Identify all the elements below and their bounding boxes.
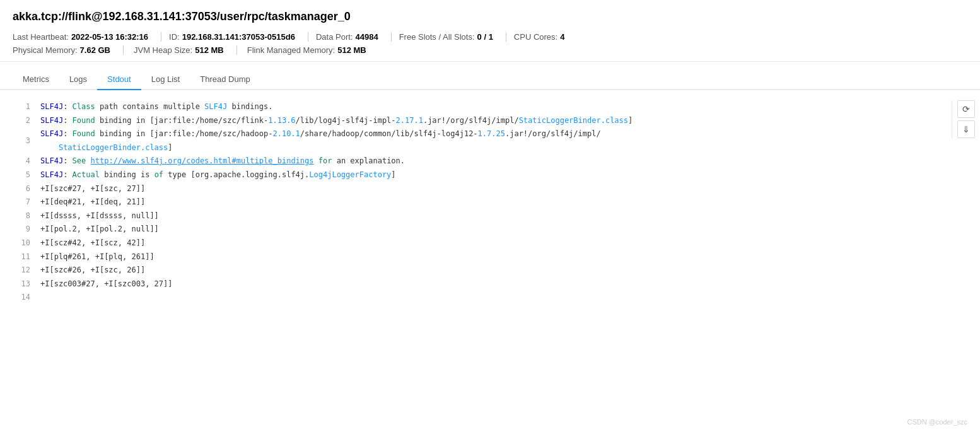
code-line-14 — [40, 291, 942, 305]
line-numbers: 1 2 3 4 5 6 7 8 9 10 11 12 13 14 — [0, 90, 30, 315]
line-num-12: 12 — [10, 264, 30, 277]
tab-logs[interactable]: Logs — [59, 68, 97, 90]
cpu-cores-item: CPU Cores: 4 — [514, 32, 578, 42]
free-slots-value: 0 / 1 — [477, 32, 493, 42]
line-num-1: 1 — [10, 100, 30, 114]
line-num-14: 14 — [10, 291, 30, 305]
physical-memory-value: 7.62 GB — [80, 45, 110, 55]
sidebar-controls: ⟳ ⇓ — [952, 100, 980, 138]
meta-row-2: Physical Memory: 7.62 GB JVM Heap Size: … — [13, 45, 967, 55]
code-line-9: +I[pol.2, +I[pol.2, null]] — [40, 223, 942, 236]
cpu-cores-label: CPU Cores: — [514, 32, 557, 42]
code-line-8: +I[dssss, +I[dssss, null]] — [40, 209, 942, 223]
id-item: ID: 192.168.31.141:37053-0515d6 — [169, 32, 308, 42]
code-line-1: SLF4J: Class path contains multiple SLF4… — [40, 100, 942, 114]
tab-stdout[interactable]: Stdout — [97, 68, 141, 90]
line-num-8: 8 — [10, 209, 30, 223]
code-area: SLF4J: Class path contains multiple SLF4… — [30, 90, 980, 315]
header: akka.tcp://flink@192.168.31.141:37053/us… — [0, 0, 980, 62]
id-label: ID: — [169, 32, 180, 42]
refresh-button[interactable]: ⟳ — [957, 100, 975, 118]
data-port-item: Data Port: 44984 — [316, 32, 392, 42]
jvm-heap-item: JVM Heap Size: 512 MB — [134, 45, 237, 55]
physical-memory-label: Physical Memory: — [13, 45, 78, 55]
flink-managed-item: Flink Managed Memory: 512 MB — [247, 45, 379, 55]
line-num-11: 11 — [10, 250, 30, 264]
code-line-10: +I[scz#42, +I[scz, 42]] — [40, 236, 942, 250]
line-num-7: 7 — [10, 196, 30, 209]
download-button[interactable]: ⇓ — [957, 120, 975, 138]
physical-memory-item: Physical Memory: 7.62 GB — [13, 45, 124, 55]
line-num-2: 2 — [10, 114, 30, 128]
data-port-label: Data Port: — [316, 32, 353, 42]
flink-managed-value: 512 MB — [337, 45, 366, 55]
code-line-5: SLF4J: Actual binding is of type [org.ap… — [40, 168, 942, 182]
tab-thread-dump[interactable]: Thread Dump — [190, 68, 260, 90]
line-num-3: 3 — [10, 127, 30, 155]
code-line-2: SLF4J: Found binding in [jar:file:/home/… — [40, 114, 942, 128]
tabs-bar: Metrics Logs Stdout Log List Thread Dump — [0, 68, 980, 90]
data-port-value: 44984 — [355, 32, 378, 42]
meta-row-1: Last Heartbeat: 2022-05-13 16:32:16 ID: … — [13, 32, 967, 42]
code-line-13: +I[szc003#27, +I[szc003, 27]] — [40, 277, 942, 291]
code-line-4: SLF4J: See http://www.slf4j.org/codes.ht… — [40, 155, 942, 168]
jvm-heap-value: 512 MB — [195, 45, 224, 55]
jvm-heap-label: JVM Heap Size: — [134, 45, 192, 55]
last-heartbeat-value: 2022-05-13 16:32:16 — [71, 32, 148, 42]
free-slots-label: Free Slots / All Slots: — [399, 32, 475, 42]
tab-metrics[interactable]: Metrics — [13, 68, 59, 90]
code-line-6: +I[szc#27, +I[szc, 27]] — [40, 182, 942, 196]
line-num-6: 6 — [10, 182, 30, 196]
flink-managed-label: Flink Managed Memory: — [247, 45, 335, 55]
tab-log-list[interactable]: Log List — [141, 68, 190, 90]
id-value: 192.168.31.141:37053-0515d6 — [182, 32, 295, 42]
line-num-10: 10 — [10, 236, 30, 250]
last-heartbeat-label: Last Heartbeat: — [13, 32, 69, 42]
line-num-5: 5 — [10, 168, 30, 182]
cpu-cores-value: 4 — [560, 32, 564, 42]
content-area: 1 2 3 4 5 6 7 8 9 10 11 12 13 14 SLF4J: … — [0, 90, 980, 315]
code-line-12: +I[szc#26, +I[szc, 26]] — [40, 264, 942, 277]
line-num-9: 9 — [10, 223, 30, 236]
line-num-13: 13 — [10, 277, 30, 291]
line-num-4: 4 — [10, 155, 30, 168]
code-line-3: SLF4J: Found binding in [jar:file:/home/… — [40, 127, 942, 155]
last-heartbeat-item: Last Heartbeat: 2022-05-13 16:32:16 — [13, 32, 161, 42]
code-line-11: +I[plq#261, +I[plq, 261]] — [40, 250, 942, 264]
code-line-7: +I[deq#21, +I[deq, 21]] — [40, 196, 942, 209]
free-slots-item: Free Slots / All Slots: 0 / 1 — [399, 32, 506, 42]
page-title: akka.tcp://flink@192.168.31.141:37053/us… — [13, 10, 967, 23]
